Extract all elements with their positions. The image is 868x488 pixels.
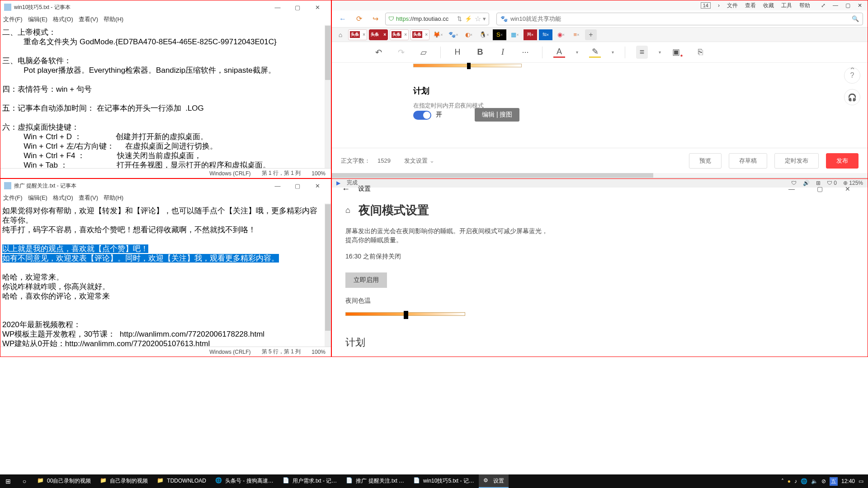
tab-1[interactable]: 头条× xyxy=(348,29,367,40)
dropdown-icon[interactable]: ▾ xyxy=(483,15,486,22)
menu-edit[interactable]: 编辑(E) xyxy=(28,194,47,202)
schedule-toggle[interactable] xyxy=(413,111,431,120)
color-temp-slider[interactable] xyxy=(345,312,465,316)
tab-count-badge[interactable]: 14 xyxy=(701,2,711,9)
headset-icon[interactable]: 🎧 xyxy=(844,89,860,105)
menu-view[interactable]: 查看 xyxy=(745,2,756,9)
cortana-icon[interactable]: ○ xyxy=(16,474,33,488)
back-button[interactable]: ← xyxy=(342,184,350,194)
preview-button[interactable]: 预览 xyxy=(689,153,722,169)
text-area[interactable]: 二、上帝模式： 重命名文件夹为 GodMode.{ED7BA470-8E54-4… xyxy=(0,25,325,168)
taskbar-item[interactable]: 📄推广 提醒关注.txt … xyxy=(341,474,409,488)
minimize-button[interactable]: — xyxy=(268,183,288,189)
menu-format[interactable]: 格式(O) xyxy=(53,15,73,23)
home-icon[interactable]: ⌂ xyxy=(345,206,350,215)
start-button[interactable]: ⊞ xyxy=(0,474,16,488)
redo-icon[interactable]: ↷ xyxy=(395,47,407,57)
favorite-icon[interactable]: ☆ xyxy=(475,14,481,23)
tab-11[interactable]: 网× xyxy=(524,29,537,40)
tab-8[interactable]: 🐧× xyxy=(477,29,491,40)
taskbar-item[interactable]: 📁自己录制的视频 xyxy=(95,474,152,488)
address-input[interactable]: 🛡 https://mp.toutiao.cc ⇅ ⚡ ☆ ▾ xyxy=(385,13,489,25)
menu-format[interactable]: 格式(O) xyxy=(53,194,73,202)
taskbar-item[interactable]: 📁00自己录制的视频 xyxy=(33,474,95,488)
settings-titlebar[interactable]: ← 设置 — ▢ ✕ xyxy=(332,179,868,199)
publish-button[interactable]: 发布 xyxy=(826,153,859,169)
taskbar-item[interactable]: 📄win10技巧5.txt - 记… xyxy=(409,474,479,488)
menu-help[interactable]: 帮助(H) xyxy=(104,194,123,202)
maximize-button[interactable]: ▢ xyxy=(845,2,850,9)
menu-help[interactable]: 帮助(H) xyxy=(104,15,123,23)
minimize-button[interactable]: — xyxy=(782,185,802,192)
bold-button[interactable]: B xyxy=(474,47,486,57)
taskbar-item-settings-active[interactable]: ⚙设置 xyxy=(479,474,509,488)
color-temp-slider[interactable] xyxy=(413,64,522,67)
tray-ime-icon[interactable]: 五 xyxy=(830,477,838,486)
tab-13[interactable]: ◉× xyxy=(554,29,568,40)
menu-file[interactable]: 文件(F) xyxy=(3,15,23,23)
tab-7[interactable]: ◐× xyxy=(462,29,476,40)
new-tab-button[interactable]: + xyxy=(585,29,597,40)
maximize-button[interactable]: ▢ xyxy=(810,185,830,192)
flash-icon[interactable]: ⚡ xyxy=(465,15,472,22)
tray-block-icon[interactable]: ⊘ xyxy=(821,478,826,484)
edit-search-popup[interactable]: 编辑 | 搜图 xyxy=(475,108,519,122)
insert-icon[interactable]: ⎘ xyxy=(694,47,706,57)
editor-content[interactable]: 计划 在指定时间内开启夜间模式 开 编辑 | 搜图 ⌃ xyxy=(332,63,868,148)
tab-2-active[interactable]: 头条× xyxy=(369,29,388,40)
menu-view[interactable]: 查看(V) xyxy=(79,15,98,23)
close-button[interactable]: ✕ xyxy=(858,2,862,9)
menu-file[interactable]: 文件 xyxy=(727,2,738,9)
scrollbar[interactable] xyxy=(325,203,331,347)
menu-help[interactable]: 帮助 xyxy=(799,2,810,9)
text-area[interactable]: 如果觉得对你有帮助，欢迎【转发】和【评论】，也可以随手点个【关注】哦，更多精彩内… xyxy=(0,203,325,347)
close-button[interactable]: ✕ xyxy=(307,4,327,11)
titlebar[interactable]: 推广 提醒关注.txt - 记事本 — ▢ ✕ xyxy=(0,179,331,192)
image-badge-icon[interactable]: ▣● xyxy=(672,47,684,58)
schedule-publish-button[interactable]: 定时发布 xyxy=(774,153,819,169)
maximize-button[interactable]: ▢ xyxy=(288,4,307,11)
tab-14[interactable]: ≡× xyxy=(570,29,583,40)
publish-settings-dropdown[interactable]: 发文设置 ⌄ xyxy=(404,157,434,165)
enable-now-button[interactable]: 立即启用 xyxy=(345,272,387,288)
heading-button[interactable]: H xyxy=(452,47,463,57)
minimize-button[interactable]: — xyxy=(833,2,838,9)
menu-favorites[interactable]: 收藏 xyxy=(763,2,774,9)
taskbar-item[interactable]: 📁TDDOWNLOAD xyxy=(152,474,211,488)
home-icon[interactable]: ⌂ xyxy=(335,29,346,41)
tray-clock[interactable]: 12:40 xyxy=(841,478,855,484)
save-draft-button[interactable]: 存草稿 xyxy=(729,153,767,169)
more-button[interactable]: ··· xyxy=(519,47,531,57)
taskbar-item[interactable]: 🌐头条号 - 搜狗高速… xyxy=(211,474,278,488)
reload-button[interactable]: ⟳ xyxy=(353,13,365,25)
menu-view[interactable]: 查看(V) xyxy=(79,194,98,202)
maximize-button[interactable]: ▢ xyxy=(288,183,307,189)
taskbar-item[interactable]: 📄用户需求.txt - 记… xyxy=(278,474,342,488)
text-color-button[interactable]: A xyxy=(553,47,565,58)
tab-5[interactable]: 🦊× xyxy=(431,29,445,40)
minimize-button[interactable]: — xyxy=(268,4,288,11)
close-button[interactable]: ✕ xyxy=(307,183,327,189)
search-input[interactable]: 🐾 win10就近共享功能 🔍 xyxy=(496,13,863,25)
align-button[interactable]: ≡ xyxy=(636,46,648,59)
tray-cloud-icon[interactable]: ● xyxy=(788,478,791,484)
tab-12[interactable]: 知× xyxy=(539,29,552,40)
tray-sound-icon[interactable]: ♪ xyxy=(794,478,797,484)
highlight-button[interactable]: ✎ xyxy=(589,47,601,58)
forward-button[interactable]: ↪ xyxy=(369,13,382,25)
back-button[interactable]: ← xyxy=(336,13,349,25)
italic-button[interactable]: I xyxy=(497,47,509,57)
translate-icon[interactable]: ⇅ xyxy=(457,15,462,22)
tray-volume-icon[interactable]: 🔈 xyxy=(811,478,818,484)
eraser-icon[interactable]: ▱ xyxy=(418,47,429,57)
chevron-right-icon[interactable]: › xyxy=(718,2,720,9)
search-icon[interactable]: 🔍 xyxy=(852,15,859,22)
tray-chevron-icon[interactable]: ˄ xyxy=(781,478,784,484)
pin-icon[interactable]: ⤢ xyxy=(821,2,826,9)
menu-tools[interactable]: 工具 xyxy=(781,2,792,9)
scrollbar[interactable] xyxy=(325,25,331,168)
tab-6[interactable]: 🐾× xyxy=(447,29,460,40)
tray-network-icon[interactable]: 🌐 xyxy=(801,478,807,484)
close-button[interactable]: ✕ xyxy=(838,185,858,192)
tab-10[interactable]: ▦× xyxy=(508,29,522,40)
